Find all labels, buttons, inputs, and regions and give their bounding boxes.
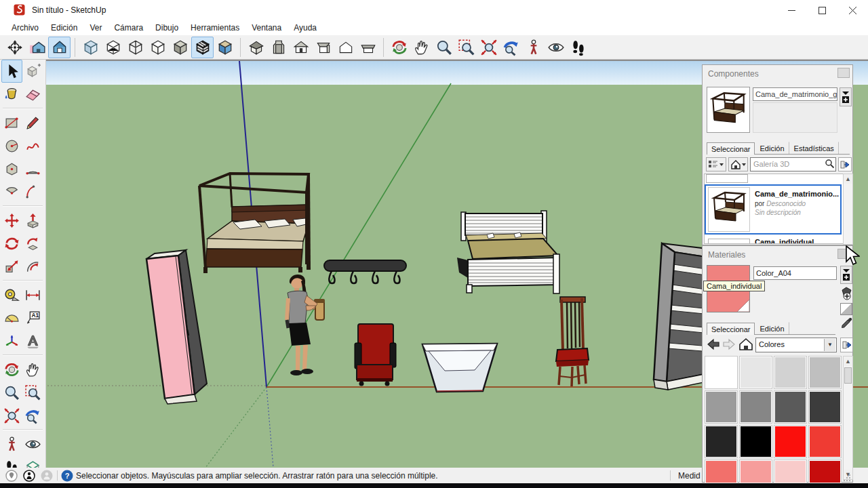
- search-icon[interactable]: [825, 159, 835, 171]
- toolbar-button-view-iso-house[interactable]: [245, 37, 267, 58]
- tool-rectangle[interactable]: [1, 111, 22, 134]
- color-swatch-11[interactable]: [808, 425, 842, 458]
- toolbar-button-zoom-extents[interactable]: [477, 37, 500, 58]
- component-name-field[interactable]: Cama_de_matrimonio_gi: [753, 87, 837, 101]
- components-scrollbar[interactable]: ▲: [843, 174, 853, 245]
- toolbar-button-previous-view[interactable]: [500, 37, 522, 58]
- tool-offset[interactable]: [22, 255, 43, 278]
- toolbar-button-look-around[interactable]: [545, 37, 567, 58]
- color-swatch-4[interactable]: [705, 390, 738, 424]
- tool-polygon[interactable]: [1, 157, 22, 180]
- tool-rotate[interactable]: [1, 232, 22, 255]
- menu-ca-mara[interactable]: Cámara: [108, 21, 149, 35]
- color-swatch-6[interactable]: [774, 390, 807, 424]
- tool-protractor[interactable]: [1, 306, 22, 329]
- home-icon[interactable]: [738, 337, 753, 354]
- componentes-tab-estadi-sticas[interactable]: Estadísticas: [789, 142, 839, 154]
- tool-zoom-extents[interactable]: [1, 404, 22, 427]
- toolbar-button-orbit[interactable]: [388, 37, 410, 58]
- toolbar-button-pan[interactable]: [410, 37, 433, 58]
- toolbar-button-view-iso[interactable]: [48, 37, 71, 58]
- component-description-box[interactable]: [753, 102, 837, 133]
- color-swatch-3[interactable]: [808, 356, 842, 389]
- list-item-partial[interactable]: [706, 174, 748, 183]
- home-button[interactable]: [728, 157, 748, 171]
- forward-arrow-icon[interactable]: [722, 337, 736, 354]
- tool-pie[interactable]: [1, 180, 22, 203]
- tool-section-plane[interactable]: [22, 455, 43, 468]
- default-material-button[interactable]: [840, 303, 852, 315]
- tool-pan[interactable]: [22, 358, 43, 381]
- color-swatch-1[interactable]: [739, 356, 772, 389]
- toolbar-button-zoom-window[interactable]: [455, 37, 477, 58]
- toolbar-button-standard-views[interactable]: [3, 37, 26, 58]
- tool-follow-me[interactable]: [22, 232, 43, 255]
- toolbar-button-xray[interactable]: [79, 37, 102, 58]
- tool-scale[interactable]: [1, 255, 22, 278]
- color-swatch-13[interactable]: [739, 460, 772, 483]
- white-bed[interactable]: [457, 211, 559, 293]
- color-swatch-8[interactable]: [705, 425, 738, 458]
- tool-push-pull[interactable]: [22, 209, 43, 232]
- materiales-tab-seleccionar[interactable]: Seleccionar: [707, 323, 755, 335]
- menu-dibujo[interactable]: Dibujo: [149, 21, 184, 35]
- toolbar-button-wireframe[interactable]: [124, 37, 146, 58]
- tool-move[interactable]: [1, 209, 22, 232]
- color-swatch-5[interactable]: [739, 390, 772, 424]
- menu-archivo[interactable]: Archivo: [5, 21, 45, 35]
- toolbar-button-view-back[interactable]: [334, 37, 357, 58]
- tool-previous-view[interactable]: [22, 404, 43, 427]
- toolbar-button-shaded[interactable]: [169, 37, 191, 58]
- tool-arc[interactable]: [22, 157, 43, 180]
- search-input[interactable]: Galería 3D: [750, 157, 836, 171]
- componentes-collapse-button[interactable]: [837, 68, 850, 78]
- signin-icon[interactable]: [41, 470, 53, 485]
- tool-orbit[interactable]: [1, 358, 22, 381]
- toolbar-button-view-home[interactable]: [26, 37, 48, 58]
- componentes-tab-seleccionar[interactable]: Seleccionar: [707, 142, 755, 155]
- tool-freehand[interactable]: [22, 134, 43, 157]
- close-button[interactable]: [837, 0, 868, 20]
- paint-with-plus-icon[interactable]: [840, 286, 852, 301]
- tool-circle[interactable]: [1, 134, 22, 157]
- toolbar-button-view-front[interactable]: [290, 37, 312, 58]
- back-arrow-icon[interactable]: [707, 337, 720, 354]
- material-name-field[interactable]: Color_A04: [753, 266, 837, 280]
- red-armchair[interactable]: [355, 324, 396, 386]
- tool-walk[interactable]: [1, 455, 22, 468]
- menu-herramientas[interactable]: Herramientas: [184, 21, 245, 35]
- toolbar-button-monochrome[interactable]: [214, 37, 236, 58]
- tool-tape-measure[interactable]: [1, 283, 22, 306]
- toolbar-button-hidden-line[interactable]: [146, 37, 169, 58]
- toolbar-button-position-camera[interactable]: [522, 37, 545, 58]
- menu-ayuda[interactable]: Ayuda: [288, 21, 323, 35]
- mat-details-arrow-button[interactable]: [840, 338, 853, 352]
- menu-ventana[interactable]: Ventana: [245, 21, 288, 35]
- create-material-button[interactable]: [840, 266, 852, 284]
- details-arrow-button[interactable]: [838, 157, 852, 171]
- color-swatch-9[interactable]: [739, 425, 772, 458]
- minimize-button[interactable]: [776, 0, 807, 20]
- toolbar-button-view-left[interactable]: [357, 37, 379, 58]
- tool-select[interactable]: [1, 60, 22, 83]
- tool-3d-text[interactable]: [22, 329, 43, 352]
- color-swatch-12[interactable]: [705, 460, 738, 483]
- color-swatch-14[interactable]: [774, 460, 807, 483]
- materiales-tab-edicio-n[interactable]: Edición: [755, 322, 789, 334]
- maximize-button[interactable]: [807, 0, 837, 20]
- materials-scrollbar[interactable]: ▲ ▼: [843, 356, 853, 480]
- tool-text[interactable]: A1: [22, 306, 43, 329]
- color-swatch-0[interactable]: [705, 356, 738, 389]
- menu-ver[interactable]: Ver: [83, 21, 108, 35]
- toolbar-button-view-top[interactable]: [267, 37, 290, 58]
- list-item[interactable]: Cama_individual: [706, 237, 843, 244]
- toolbar-button-walk[interactable]: [567, 37, 589, 58]
- tool-arc2[interactable]: [22, 180, 43, 203]
- tool-paint-bucket[interactable]: [1, 83, 22, 106]
- tool-eraser[interactable]: [22, 83, 43, 106]
- collection-dropdown[interactable]: Colores ▼: [755, 338, 837, 352]
- menu-edicio-n[interactable]: Edición: [45, 21, 83, 35]
- tool-position-camera[interactable]: [1, 432, 22, 455]
- color-swatch-15[interactable]: [808, 460, 842, 483]
- geolocation-icon[interactable]: [5, 470, 18, 485]
